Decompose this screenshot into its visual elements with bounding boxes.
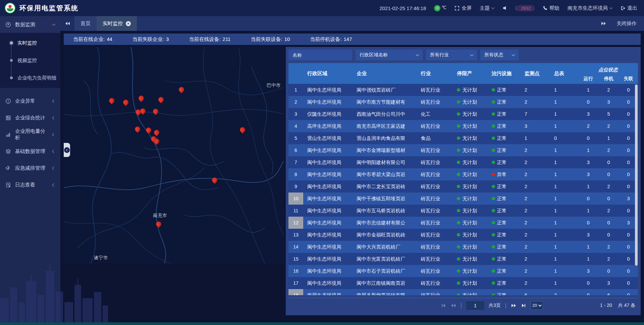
table-row[interactable]: 4高坪生态环境局南充市高坪区王家店建砖瓦行业无计划正常31220 <box>288 120 638 132</box>
fullscreen-button[interactable]: 全屏 <box>454 5 472 11</box>
status-cell: 正常 <box>488 268 521 274</box>
table-row[interactable]: 3仪陇生态环境局西南油气田分公司川中化工无计划正常71350 <box>288 108 638 120</box>
prev-page-button[interactable] <box>450 303 456 308</box>
table-row[interactable]: 2阆中生态环境局阆中市南方节能建材有砖瓦行业无计划正常21030 <box>288 96 638 108</box>
status-dot-icon <box>457 293 460 295</box>
help-button[interactable]: 帮助 <box>543 5 559 11</box>
sidebar-item-enterprise-abnormal[interactable]: 企业异常 <box>0 93 60 109</box>
status-cell: 无计划 <box>453 232 487 238</box>
table-cell: 0 <box>598 232 619 237</box>
tabs-scroll-right-button[interactable] <box>601 21 606 26</box>
chevron-down-icon <box>470 53 474 56</box>
chevron-left-icon <box>52 150 56 153</box>
sound-toggle[interactable] <box>502 6 506 10</box>
table-row[interactable]: 8阆中生态环境局阆中市枣碧大梁山页岩砖瓦行业无计划异常21300 <box>288 168 638 180</box>
table-row[interactable]: 13阆中生态环境局阆中市金福旺页岩机砖砖瓦行业无计划正常21300 <box>288 229 638 241</box>
table-cell: 2 <box>521 280 550 286</box>
org-dropdown[interactable]: 南充市生态环境局 <box>568 5 612 11</box>
sidebar-item-log-view[interactable]: 日志查看 <box>0 176 60 193</box>
table-cell: 1 <box>578 87 598 93</box>
sidebar-item-label: 基础数据管理 <box>15 148 45 155</box>
table-cell: 1 <box>578 184 598 189</box>
table-row[interactable]: 9阆中生态环境局阆中市二龙长宝页岩砖砖瓦行业无计划正常21120 <box>288 180 638 193</box>
sidebar-item-realtime-monitor[interactable]: 实时监控 <box>0 34 60 52</box>
pager-separator: | <box>505 303 506 309</box>
first-page-button[interactable] <box>441 303 446 308</box>
page-number-input[interactable] <box>466 301 484 310</box>
status-cell: 正常 <box>488 208 521 214</box>
name-filter-field[interactable] <box>288 50 352 60</box>
name-filter-input[interactable] <box>292 52 348 58</box>
table-cell: 2 <box>521 172 550 177</box>
notification-count-badge: 2632 <box>517 5 535 11</box>
table-row[interactable]: 1阆中生态环境局阆中强锐页岩砖厂砖瓦行业无计划正常21120 <box>288 84 638 96</box>
column-header: 行业 <box>417 63 453 84</box>
sidebar-item-video-monitor[interactable]: 视频监控 <box>0 52 60 69</box>
sidebar-item-power-load-detail[interactable]: 企业电力负荷明细 <box>0 69 60 87</box>
status-cell: 无计划 <box>453 123 487 129</box>
table-cell: 0 <box>578 280 598 286</box>
tab-home[interactable]: 首页 <box>74 16 97 31</box>
table-cell: 0 <box>619 292 638 295</box>
sidebar-item-label: 应急减排管理 <box>15 165 45 171</box>
map-collapse-toggle[interactable] <box>64 143 70 157</box>
temperature-widget: 0 ℃ <box>434 5 446 11</box>
table-row[interactable]: 12阆中生态环境局阆中市忠信建材有限公砖瓦行业无计划正常21003 <box>288 217 638 229</box>
table-row[interactable]: 6阆中生态环境局阆中市金博瑞新型墙材砖瓦行业无计划正常21120 <box>288 144 638 156</box>
status-dot-icon <box>492 257 495 261</box>
table-cell: 阆中强锐页岩砖厂 <box>353 87 417 93</box>
index-column-header <box>288 63 303 84</box>
table-row[interactable]: 7阆中生态环境局阆中明阳建材有限公司砖瓦行业无计划正常21300 <box>288 156 638 168</box>
industry-filter-select[interactable]: 所有行业 <box>426 50 477 60</box>
sidebar-item-base-data[interactable]: 基础数据管理 <box>0 143 60 160</box>
status-dot-icon <box>457 161 460 164</box>
tab-realtime-monitor[interactable]: 实时监控 × <box>97 16 137 31</box>
status-cell: 无计划 <box>453 171 487 178</box>
region-filter-select[interactable]: 行政区域名称 <box>356 50 423 60</box>
row-index-cell: 13 <box>288 229 303 241</box>
table-cell: 3 <box>521 123 550 129</box>
table-row[interactable]: 18南部生态环境局南部县新华页岩砖有限砖瓦行业无计划正常62060 <box>288 289 638 295</box>
table-scrollbar[interactable] <box>635 85 638 266</box>
page-size-select[interactable]: 20 <box>531 301 543 310</box>
pager-separator: | <box>461 303 462 309</box>
sidebar-item-power-analysis[interactable]: 企业用电量分析 <box>0 126 60 143</box>
last-page-button[interactable] <box>521 303 526 308</box>
table-row[interactable]: 10阆中生态环境局阆中千佛镇五郎垭页岩砖瓦行业无计划正常21003 <box>288 193 638 205</box>
notification-area[interactable]: 2632 <box>515 5 535 11</box>
map-panel[interactable]: 巴中市南充市遂宁市 <box>64 47 284 264</box>
table-row[interactable]: 5营山生态环境局营山县润丰肉食品有限食品无计划正常10010 <box>288 132 638 144</box>
megaphone-icon <box>5 165 11 171</box>
stats-grid-icon <box>5 115 11 121</box>
table-row[interactable]: 16阆中生态环境局阆中市石子页岩机砖厂砖瓦行业无计划正常21300 <box>288 265 638 277</box>
sub-column-header: 运行 <box>578 74 598 84</box>
table-cell: 1 <box>521 136 550 141</box>
table-cell: 0 <box>598 268 619 274</box>
status-dot-icon <box>492 185 495 188</box>
theme-dropdown[interactable]: 主题 <box>480 5 494 11</box>
table-cell: 6 <box>521 292 550 295</box>
status-filter-select[interactable]: 所有状态 <box>480 50 519 60</box>
table-cell: 2 <box>550 292 578 295</box>
column-header: 总表 <box>550 63 578 84</box>
sidebar-item-emergency-reduction[interactable]: 应急减排管理 <box>0 160 60 176</box>
logout-button[interactable]: 退出 <box>620 5 637 11</box>
table-row[interactable]: 14阆中生态环境局阆中大兴页岩机砖厂砖瓦行业无计划正常21120 <box>288 241 638 253</box>
close-operations-dropdown[interactable]: 关闭操作 <box>616 20 637 27</box>
status-dot-icon <box>457 185 460 188</box>
table-row[interactable]: 15阆中生态环境局阆中市光富页岩机砖厂砖瓦行业无计划正常21120 <box>288 253 638 265</box>
table-row[interactable]: 11阆中生态环境局阆中市五马桥页岩机砖砖瓦行业无计划正常21120 <box>288 205 638 217</box>
row-index-cell: 12 <box>288 217 303 229</box>
tab-close-icon[interactable]: × <box>126 21 131 26</box>
table-cell: 阆中生态环境局 <box>303 171 353 178</box>
table-cell: 南部县新华页岩砖有限 <box>353 292 417 295</box>
sidebar-item-enterprise-stats[interactable]: 企业综合统计 <box>0 109 60 126</box>
row-index-cell: 7 <box>288 156 303 168</box>
tabs-scroll-left-button[interactable] <box>60 16 74 31</box>
table-row[interactable]: 17阆中生态环境局阆中市江南镇阆南页岩砖瓦行业无计划正常21030 <box>288 277 638 289</box>
table-cell: 1 <box>550 256 578 262</box>
sidebar-item-data-monitor[interactable]: 数据监测 <box>0 16 60 33</box>
table-body: 1阆中生态环境局阆中强锐页岩砖厂砖瓦行业无计划正常211202阆中生态环境局阆中… <box>288 84 638 295</box>
status-cell: 正常 <box>488 256 521 262</box>
next-page-button[interactable] <box>511 303 517 308</box>
